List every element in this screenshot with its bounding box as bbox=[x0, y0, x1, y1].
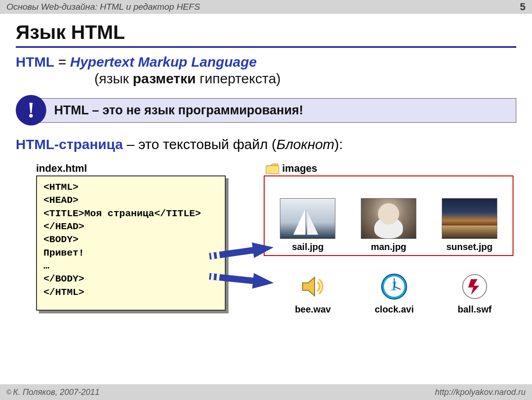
files-row: bee.wav 1 clock.avi bbox=[273, 272, 513, 315]
file-video: 1 clock.avi bbox=[375, 272, 414, 315]
def-expansion: Hypertext Markup Language bbox=[70, 54, 257, 69]
page-number: 5 bbox=[520, 1, 526, 13]
folder-label: images bbox=[282, 162, 317, 175]
copyright-icon: © bbox=[6, 388, 11, 396]
translation-line: (язык разметки гипертекста) bbox=[94, 71, 516, 87]
file-audio-label: bee.wav bbox=[295, 304, 331, 314]
svg-marker-7 bbox=[303, 277, 315, 296]
def-eq: = bbox=[54, 54, 70, 69]
page-def-line: HTML-страница – это текстовый файл (Блок… bbox=[16, 137, 516, 152]
folder-row: images bbox=[266, 162, 317, 175]
thumb-sail-image bbox=[280, 198, 335, 239]
folder-icon bbox=[266, 163, 279, 174]
code-filename: index.html bbox=[36, 162, 87, 175]
work-area: index.html <HTML> <HEAD> <TITLE>Моя стра… bbox=[16, 162, 516, 338]
clock-icon: 1 bbox=[379, 272, 409, 301]
header-title: Основы Web-дизайна: HTML и редактор HEFS bbox=[6, 2, 200, 12]
code-box: <HTML> <HEAD> <TITLE>Моя страница</TITLE… bbox=[36, 175, 226, 311]
note-box: HTML – это не язык программирования! bbox=[31, 98, 516, 123]
footer-bar: © К. Поляков, 2007-2011 http://kpolyakov… bbox=[0, 384, 532, 400]
thumb-sunset-label: sunset.jpg bbox=[446, 242, 493, 252]
page-italic: Блокнот bbox=[276, 137, 334, 152]
page-close: ): bbox=[334, 137, 343, 152]
def-term: HTML bbox=[16, 54, 54, 69]
definition-line: HTML = Hypertext Markup Language bbox=[16, 54, 516, 70]
slide-heading: Язык HTML bbox=[16, 21, 516, 48]
thumb-man-image bbox=[361, 198, 416, 239]
page-mid: – это текстовый файл ( bbox=[123, 137, 277, 152]
flash-icon bbox=[460, 272, 489, 301]
file-video-label: clock.avi bbox=[375, 304, 414, 314]
thumb-sunset: sunset.jpg bbox=[442, 198, 497, 252]
trans-close: гипертекста) bbox=[196, 71, 281, 86]
footer-author: К. Поляков, 2007-2011 bbox=[13, 388, 99, 397]
file-flash: ball.swf bbox=[458, 272, 491, 315]
thumb-sail-label: sail.jpg bbox=[292, 242, 324, 252]
thumb-man: man.jpg bbox=[361, 198, 416, 252]
footer-url: http://kpolyakov.narod.ru bbox=[435, 388, 526, 397]
page-term: HTML-страница bbox=[16, 137, 123, 152]
slide-body: Язык HTML HTML = Hypertext Markup Langua… bbox=[0, 14, 532, 338]
file-audio: bee.wav bbox=[295, 272, 331, 315]
trans-bold: разметки bbox=[133, 71, 196, 86]
note-row: ! HTML – это не язык программирования! bbox=[16, 95, 516, 125]
thumb-sail: sail.jpg bbox=[280, 198, 335, 252]
thumb-man-label: man.jpg bbox=[371, 242, 407, 252]
trans-open: (язык bbox=[94, 71, 133, 86]
header-bar: Основы Web-дизайна: HTML и редактор HEFS… bbox=[0, 0, 532, 14]
images-box: sail.jpg man.jpg sunset.jpg bbox=[264, 175, 513, 256]
file-flash-label: ball.swf bbox=[458, 304, 491, 314]
exclamation-icon: ! bbox=[16, 95, 46, 125]
speaker-icon bbox=[298, 272, 328, 301]
thumb-sunset-image bbox=[442, 198, 497, 239]
svg-rect-0 bbox=[266, 166, 279, 174]
